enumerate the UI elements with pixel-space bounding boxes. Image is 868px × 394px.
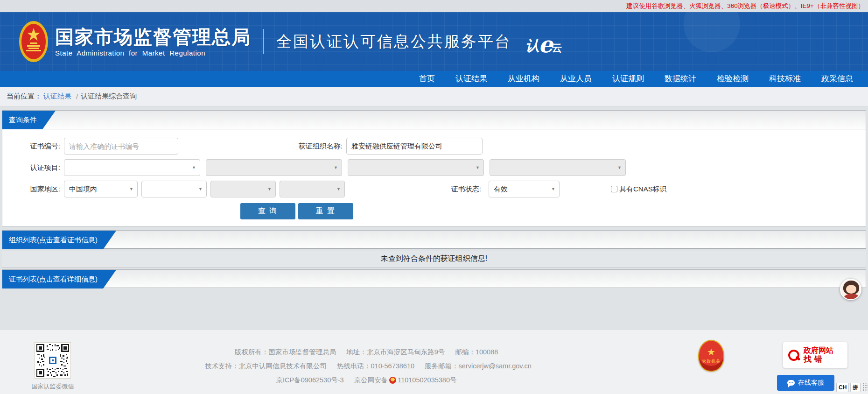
footer-line-2: 技术支持：北京中认网信息技术有限公司 热线电话：010-56738610 服务邮… xyxy=(201,359,532,373)
site-header: 国家市场监督管理总局 State Administration for Mark… xyxy=(0,12,868,71)
cert-project-label: 认证项目: xyxy=(2,163,64,172)
party-gov-badge[interactable]: ★ 党政机关 xyxy=(698,340,724,372)
nav-item-agencies[interactable]: 从业机构 xyxy=(497,71,550,87)
nav-item-inspection[interactable]: 检验检测 xyxy=(707,71,759,87)
footer-line-1: 版权所有：国家市场监督管理总局 地址：北京市海淀区马甸东路9号 邮编：10008… xyxy=(201,345,532,359)
avatar-body xyxy=(844,294,860,300)
browser-notice-text: 建议使用谷歌浏览器、火狐浏览器、360浏览器（极速模式）、IE9+（非兼容性视图… xyxy=(626,2,864,10)
region-select-3[interactable]: ▼ xyxy=(210,181,276,197)
browser-notice-bar: 建议使用谷歌浏览器、火狐浏览器、360浏览器（极速模式）、IE9+（非兼容性视图… xyxy=(0,0,868,12)
police-emblem-icon xyxy=(389,377,396,384)
cert-status-value: 有效 xyxy=(494,185,508,194)
footer-tech-support: 技术支持：北京中认网信息技术有限公司 xyxy=(205,362,327,370)
footer-copyright: 版权所有：国家市场监督管理总局 xyxy=(235,348,336,356)
site-footer: 国家认监委微信 版权所有：国家市场监督管理总局 地址：北京市海淀区马甸东路9号 … xyxy=(0,330,868,394)
nav-item-home[interactable]: 首页 xyxy=(409,71,445,87)
site-error-report-badge[interactable]: 政府网站 找错 xyxy=(783,342,847,368)
chevron-down-icon: ▼ xyxy=(336,187,341,191)
org-title-block: 国家市场监督管理总局 State Administration for Mark… xyxy=(55,27,251,57)
wechat-qr-block: 国家认监委微信 xyxy=(27,342,78,391)
cert-status-select[interactable]: 有效 ▼ xyxy=(489,181,560,197)
wechat-qr-label: 国家认监委微信 xyxy=(27,382,78,391)
footer-gongan[interactable]: 京公网安备11010502035380号 xyxy=(354,376,457,384)
header-divider xyxy=(263,29,264,54)
org-list-title: 组织列表(点击查看证书信息) xyxy=(2,231,116,249)
cert-project-select-3[interactable]: ▼ xyxy=(348,159,484,176)
chat-bubble-icon xyxy=(787,380,795,386)
chevron-down-icon: ▼ xyxy=(129,187,133,191)
main-nav: 首页 认证结果 从业机构 从业人员 认证规则 数据统计 检验检测 科技标准 政采… xyxy=(0,71,868,87)
cert-no-input[interactable] xyxy=(64,138,178,155)
cert-project-select-1[interactable]: ▼ xyxy=(64,159,200,176)
wechat-qr-code xyxy=(35,342,71,379)
platform-title: 全国认证认可信息公共服务平台 xyxy=(276,31,511,52)
footer-icp[interactable]: 京ICP备09062530号-3 xyxy=(276,376,344,384)
renyiyun-logo: 认 e 云 xyxy=(525,30,562,53)
avatar-face xyxy=(846,285,856,294)
reset-button[interactable]: 重 置 xyxy=(298,203,353,219)
region-label: 国家地区: xyxy=(2,185,64,194)
chevron-down-icon: ▼ xyxy=(476,165,480,170)
site-error-line2: 找错 xyxy=(804,355,833,364)
party-gov-badge-label: 党政机关 xyxy=(702,359,721,365)
footer-text: 版权所有：国家市场监督管理总局 地址：北京市海淀区马甸东路9号 邮编：10008… xyxy=(201,345,532,387)
org-name-label: 获证组织名称: xyxy=(178,142,346,151)
customer-service-avatar[interactable] xyxy=(840,279,861,300)
cert-project-select-4[interactable]: ▼ xyxy=(490,159,626,176)
nav-item-cert-results[interactable]: 认证结果 xyxy=(445,71,497,87)
chevron-down-icon: ▼ xyxy=(198,187,203,191)
ime-options-icon[interactable] xyxy=(862,383,868,392)
online-service-button[interactable]: 在线客服 xyxy=(777,375,834,391)
national-emblem-logo xyxy=(19,21,49,63)
region-select-value: 中国境内 xyxy=(69,185,97,194)
cert-no-label: 证书编号: xyxy=(2,142,64,151)
org-name-en: State Administration for Market Regulati… xyxy=(55,49,251,57)
region-select-2[interactable]: ▼ xyxy=(141,181,207,197)
org-name-cn: 国家市场监督管理总局 xyxy=(55,27,251,47)
org-list-header: 组织列表(点击查看证书信息) xyxy=(2,230,866,249)
region-select-1[interactable]: 中国境内 ▼ xyxy=(64,181,138,197)
nav-item-tech-standards[interactable]: 科技标准 xyxy=(759,71,811,87)
form-buttons: 查 询 重 置 xyxy=(240,203,866,219)
main-content: 查询条件 证书编号: 获证组织名称: 认证项目: ▼ ▼ ▼ ▼ 国家地区: 中… xyxy=(0,106,868,288)
cnas-checkbox[interactable] xyxy=(611,186,617,192)
chevron-down-icon: ▼ xyxy=(617,165,622,170)
chevron-down-icon: ▼ xyxy=(334,165,338,170)
footer-hotline: 热线电话：010-56738610 xyxy=(337,362,414,370)
org-name-input[interactable] xyxy=(346,138,483,155)
footer-line-3: 京ICP备09062530号-3 京公网安备11010502035380号 xyxy=(201,373,532,387)
org-list-empty-message: 未查到符合条件的获证组织信息! xyxy=(2,251,866,267)
form-row-2: 认证项目: ▼ ▼ ▼ ▼ xyxy=(2,159,866,176)
nav-item-practitioners[interactable]: 从业人员 xyxy=(550,71,602,87)
site-error-text: 政府网站 找错 xyxy=(804,346,833,365)
ime-language-button[interactable]: CH xyxy=(836,383,849,392)
chevron-down-icon: ▼ xyxy=(551,187,555,191)
ime-pinyin-button[interactable]: 拼 xyxy=(850,383,861,392)
renyiyun-logo-yun: 云 xyxy=(552,42,562,53)
footer-email: 服务邮箱：servicerjw@samr.gov.cn xyxy=(425,362,532,370)
ime-toolbar: CH 拼 xyxy=(836,383,868,392)
form-row-3: 国家地区: 中国境内 ▼ ▼ ▼ ▼ 证书状态: 有效 ▼ 具有CNAS标识 xyxy=(2,181,866,197)
nav-item-statistics[interactable]: 数据统计 xyxy=(654,71,707,87)
breadcrumb-current: 认证结果综合查询 xyxy=(81,92,137,101)
footer-gongan-prefix: 京公网安备 xyxy=(354,376,388,384)
footer-gongan-number: 11010502035380号 xyxy=(398,376,456,384)
footer-postcode: 邮编：100088 xyxy=(455,348,498,356)
chevron-down-icon: ▼ xyxy=(192,165,196,170)
site-error-line1: 政府网站 xyxy=(804,346,833,355)
form-row-1: 证书编号: 获证组织名称: xyxy=(2,138,866,155)
breadcrumb: 当前位置： 认证结果 / 认证结果综合查询 xyxy=(0,87,868,106)
query-panel-title: 查询条件 xyxy=(2,111,56,129)
search-button[interactable]: 查 询 xyxy=(240,203,295,219)
cert-project-select-2[interactable]: ▼ xyxy=(206,159,342,176)
renyiyun-logo-e: e xyxy=(539,33,553,56)
nav-item-procurement[interactable]: 政采信息 xyxy=(811,71,863,87)
nav-item-cert-rules[interactable]: 认证规则 xyxy=(602,71,654,87)
cert-list-header: 证书列表(点击查看详细信息) xyxy=(2,269,866,288)
query-panel: 查询条件 证书编号: 获证组织名称: 认证项目: ▼ ▼ ▼ ▼ 国家地区: 中… xyxy=(2,110,866,226)
breadcrumb-link-cert-results[interactable]: 认证结果 xyxy=(43,92,71,101)
region-select-4[interactable]: ▼ xyxy=(280,181,345,197)
renyiyun-logo-ren: 认 xyxy=(525,39,539,53)
breadcrumb-prefix: 当前位置： xyxy=(7,92,42,101)
star-icon: ★ xyxy=(707,347,715,357)
